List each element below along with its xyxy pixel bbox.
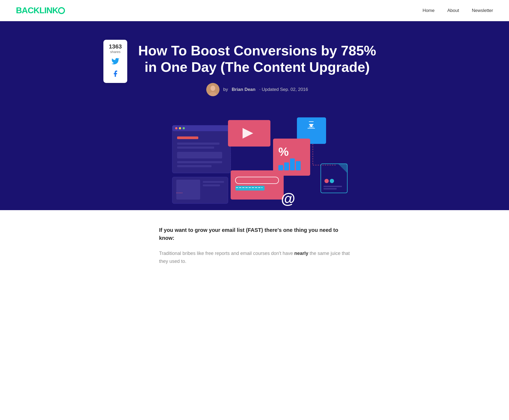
svg-rect-53 <box>203 184 220 186</box>
svg-rect-21 <box>308 128 315 129</box>
intro-text-before: Traditional bribes like free reports and… <box>159 251 294 256</box>
hero-illustration: % <box>156 112 353 210</box>
article-content: If you want to grow your email list (FAS… <box>154 210 355 287</box>
facebook-icon <box>112 69 119 78</box>
main-nav: Home About Newsletter <box>423 8 493 13</box>
author-avatar <box>206 83 220 96</box>
hero-image-wrapper: % <box>109 104 400 210</box>
page-title: How To Boost Conversions by 785% in One … <box>135 42 379 76</box>
logo-o-circle <box>58 7 65 14</box>
svg-rect-10 <box>177 143 220 145</box>
facebook-share-button[interactable] <box>108 69 123 79</box>
site-logo[interactable]: BACKLINK <box>16 6 65 15</box>
svg-rect-26 <box>290 158 295 170</box>
hero-title-area: How To Boost Conversions by 785% in One … <box>109 37 400 104</box>
svg-rect-35 <box>323 186 342 187</box>
svg-rect-12 <box>177 152 222 158</box>
author-name: Brian Dean <box>232 87 256 92</box>
updated-label: · Updated Sep. 02, 2016 <box>259 87 308 92</box>
nav-newsletter[interactable]: Newsletter <box>472 8 493 13</box>
intro-text: Traditional bribes like free reports and… <box>159 249 350 266</box>
svg-point-1 <box>210 86 215 91</box>
svg-text:@: @ <box>281 190 295 207</box>
hero-content: 1363 shares How To Boost Conversions by … <box>109 37 400 210</box>
svg-rect-25 <box>284 162 289 170</box>
svg-text:%: % <box>278 145 289 158</box>
svg-rect-14 <box>177 165 212 167</box>
intro-bold-word: nearly <box>294 251 308 256</box>
twitter-share-button[interactable] <box>108 57 123 67</box>
svg-point-7 <box>179 127 181 129</box>
svg-point-6 <box>175 127 177 129</box>
svg-rect-36 <box>323 188 337 189</box>
share-count: 1363 <box>108 43 123 50</box>
svg-rect-39 <box>235 186 265 191</box>
svg-rect-24 <box>278 165 283 170</box>
nav-home[interactable]: Home <box>423 8 435 13</box>
svg-rect-13 <box>177 161 222 163</box>
avatar-image <box>206 83 220 96</box>
svg-rect-27 <box>296 161 301 170</box>
svg-point-34 <box>335 179 339 183</box>
twitter-icon <box>111 57 120 65</box>
svg-rect-11 <box>177 147 214 149</box>
author-line: by Brian Dean · Updated Sep. 02, 2016 <box>135 83 379 96</box>
svg-point-8 <box>183 127 185 129</box>
share-widget: 1363 shares <box>103 40 127 83</box>
svg-rect-9 <box>177 136 198 139</box>
svg-point-32 <box>324 179 329 183</box>
nav-about[interactable]: About <box>447 8 459 13</box>
svg-rect-51 <box>176 180 200 200</box>
svg-rect-18 <box>309 121 314 122</box>
svg-rect-37 <box>231 170 284 200</box>
svg-rect-52 <box>203 181 224 183</box>
share-label: shares <box>108 50 123 54</box>
intro-bold: If you want to grow your email list (FAS… <box>159 226 350 242</box>
author-prefix: by <box>223 87 228 92</box>
hero-section: 1363 shares How To Boost Conversions by … <box>0 21 509 210</box>
illustration-svg: % <box>156 112 353 210</box>
svg-point-33 <box>330 179 334 183</box>
site-header: BACKLINK Home About Newsletter <box>0 0 509 21</box>
